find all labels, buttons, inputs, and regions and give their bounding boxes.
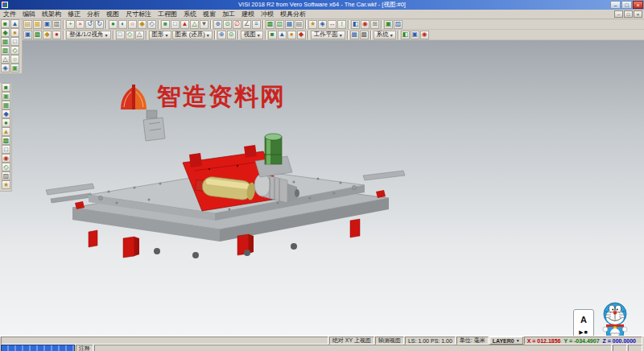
- menu-item[interactable]: 文件: [0, 10, 19, 18]
- toolbar-icon[interactable]: ⊞: [370, 20, 379, 29]
- toolbar-icon[interactable]: ■: [161, 20, 170, 29]
- toolbar-icon[interactable]: ■: [2, 83, 10, 92]
- toolbar-group-button[interactable]: 图素 (还原)▾: [172, 31, 213, 39]
- toolbar-icon[interactable]: ⊕: [213, 20, 222, 29]
- toolbar-icon[interactable]: ▼: [200, 20, 208, 29]
- toolbar-icon[interactable]: □: [2, 145, 10, 154]
- toolbar-icon[interactable]: ⊕: [217, 31, 226, 39]
- toolbar-icon[interactable]: ◆: [138, 20, 147, 29]
- toolbar-icon[interactable]: ◐: [118, 20, 127, 29]
- toolbar-group-button[interactable]: 图形▾: [149, 31, 171, 39]
- toolbar-icon[interactable]: ≡: [252, 20, 261, 29]
- toolbar-icon[interactable]: ▥: [52, 20, 61, 29]
- status-workplane[interactable]: 绝对 XY 上视图: [329, 337, 374, 345]
- toolbar-icon[interactable]: ↔: [328, 20, 336, 29]
- toolbar-icon[interactable]: ◆: [1, 28, 10, 37]
- toolbar-icon[interactable]: △: [135, 31, 144, 39]
- toolbar-icon[interactable]: ○: [128, 20, 137, 29]
- toolbar-icon[interactable]: ◈: [1, 64, 10, 72]
- toolbar-icon[interactable]: ▣: [411, 31, 419, 39]
- toolbar-icon[interactable]: ⊙: [227, 31, 236, 39]
- menu-item[interactable]: 冲模: [258, 10, 277, 18]
- toolbar-icon[interactable]: ●: [2, 118, 10, 127]
- toolbar-icon[interactable]: ■: [1, 19, 10, 28]
- toolbar-icon[interactable]: ⊙: [223, 20, 232, 29]
- toolbar-icon[interactable]: ◉: [2, 154, 10, 163]
- toolbar-icon[interactable]: ▦: [285, 20, 294, 29]
- toolbar-icon[interactable]: ▧: [275, 20, 284, 29]
- maximize-button[interactable]: □: [621, 1, 632, 9]
- toolbar-icon[interactable]: ●: [52, 31, 61, 39]
- menu-item[interactable]: 尺寸标注: [122, 10, 155, 18]
- menu-item[interactable]: 线架构: [39, 10, 64, 18]
- toolbar-icon[interactable]: ★: [2, 180, 10, 189]
- toolbar-icon[interactable]: ◈: [318, 20, 327, 29]
- toolbar-icon[interactable]: △: [1, 55, 10, 64]
- toolbar-icon[interactable]: ▩: [2, 136, 10, 145]
- menu-item[interactable]: 系统: [180, 10, 200, 18]
- mdi-minimize-button[interactable]: –: [614, 10, 623, 18]
- toolbar-icon[interactable]: ▦: [1, 37, 10, 46]
- toolbar-icon[interactable]: ▲: [278, 31, 287, 39]
- minimize-button[interactable]: –: [610, 1, 621, 9]
- menu-item[interactable]: 修正: [64, 10, 84, 18]
- menu-item[interactable]: 视图: [103, 10, 122, 18]
- toolbar-group-button[interactable]: 整体/1/2视角▾: [66, 31, 111, 39]
- menu-item[interactable]: 工程图: [155, 10, 180, 18]
- toolbar-icon[interactable]: ◆: [43, 31, 52, 39]
- toolbar-icon[interactable]: ▣: [10, 64, 19, 72]
- toolbar-icon[interactable]: ▤: [295, 20, 303, 29]
- toolbar-icon[interactable]: +: [66, 20, 75, 29]
- toolbar-icon[interactable]: ◧: [401, 31, 410, 39]
- toolbar-icon[interactable]: ◉: [420, 31, 429, 39]
- toolbar-icon[interactable]: ∅: [233, 20, 242, 29]
- toolbar-icon[interactable]: ▲: [10, 19, 19, 28]
- toolbar-icon[interactable]: ▣: [43, 20, 52, 29]
- menu-item[interactable]: 分析: [84, 10, 103, 18]
- mdi-close-button[interactable]: ×: [634, 10, 642, 18]
- toolbar-icon[interactable]: ▦: [2, 101, 10, 109]
- toolbar-icon[interactable]: ◇: [10, 46, 19, 55]
- toolbar-icon[interactable]: ▩: [266, 20, 275, 29]
- menu-item[interactable]: 编辑: [19, 10, 39, 18]
- toolbar-icon[interactable]: ↻: [95, 20, 104, 29]
- toolbar-icon[interactable]: □: [116, 31, 125, 39]
- toolbar-icon[interactable]: ▩: [360, 31, 369, 39]
- toolbar-icon[interactable]: □: [10, 37, 19, 46]
- toolbar-icon[interactable]: ●: [109, 20, 118, 29]
- toolbar-icon[interactable]: ◆: [2, 109, 10, 118]
- menu-item[interactable]: 加工: [219, 10, 238, 18]
- toolbar-icon[interactable]: ◇: [2, 163, 10, 171]
- toolbar-group-button[interactable]: 视图▾: [241, 31, 263, 39]
- toolbar-icon[interactable]: ◇: [126, 31, 134, 39]
- toolbar-icon[interactable]: ▨: [394, 20, 402, 29]
- toolbar-icon[interactable]: ▩: [1, 46, 10, 55]
- viewport-canvas[interactable]: 智造资料网: [0, 40, 644, 336]
- close-button[interactable]: ×: [633, 1, 643, 9]
- toolbar-icon[interactable]: ■: [268, 31, 277, 39]
- toolbar-group-button[interactable]: 工作平面▾: [311, 31, 345, 39]
- note-input-field[interactable]: [94, 345, 612, 351]
- toolbar-icon[interactable]: ●: [287, 31, 296, 39]
- toolbar-icon[interactable]: □: [171, 20, 180, 29]
- toolbar-icon[interactable]: ○: [10, 55, 19, 64]
- toolbar-icon[interactable]: ★: [308, 20, 317, 29]
- toolbar-icon[interactable]: ◉: [361, 20, 369, 29]
- toolbar-icon[interactable]: ▤: [23, 20, 32, 29]
- toolbar-icon[interactable]: ▨: [2, 171, 10, 180]
- toolbar-icon[interactable]: ▣: [384, 20, 393, 29]
- toolbar-icon[interactable]: ◆: [297, 31, 306, 39]
- cad-model[interactable]: [44, 105, 407, 282]
- mdi-restore-button[interactable]: □: [624, 10, 633, 18]
- toolbar-icon[interactable]: ◧: [351, 20, 360, 29]
- toolbar-icon[interactable]: ◇: [147, 20, 156, 29]
- toolbar-icon[interactable]: ▲: [180, 20, 189, 29]
- toolbar-group-button[interactable]: 系统▾: [374, 31, 396, 39]
- toolbar-icon[interactable]: ↕: [337, 20, 346, 29]
- toolbar-icon[interactable]: ×: [76, 20, 85, 29]
- menu-item[interactable]: 模具分析: [277, 10, 309, 18]
- toolbar-icon[interactable]: △: [190, 20, 199, 29]
- toolbar-icon[interactable]: ▣: [2, 92, 10, 101]
- toolbar-icon[interactable]: ∠: [242, 20, 251, 29]
- toolbar-icon[interactable]: ▦: [33, 20, 42, 29]
